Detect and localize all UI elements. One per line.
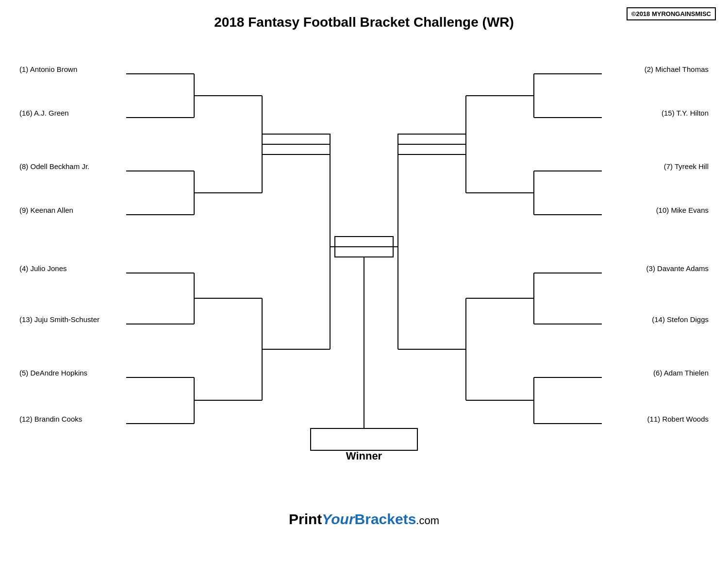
- player-3-davante-adams: (3) Davante Adams: [646, 264, 709, 273]
- winner-label: Winner: [346, 450, 382, 462]
- copyright-text: ©2018 MYRONGAINSMISC: [631, 10, 711, 17]
- player-9-keenan-allen: (9) Keenan Allen: [19, 206, 73, 214]
- player-8-odell-beckham: (8) Odell Beckham Jr.: [19, 162, 89, 171]
- player-2-michael-thomas: (2) Michael Thomas: [645, 65, 709, 73]
- copyright-box: ©2018 MYRONGAINSMISC: [627, 7, 716, 20]
- page: ©2018 MYRONGAINSMISC 2018 Fantasy Footba…: [0, 0, 728, 563]
- player-4-julio-jones: (4) Julio Jones: [19, 264, 67, 273]
- player-11-robert-woods: (11) Robert Woods: [647, 415, 709, 423]
- footer: PrintYourBrackets.com: [10, 511, 718, 528]
- player-15-ty-hilton: (15) T.Y. Hilton: [662, 109, 709, 117]
- bracket-container: (1) Antonio Brown (16) A.J. Green (8) Od…: [15, 35, 713, 496]
- footer-print: Print: [289, 511, 322, 527]
- page-title: 2018 Fantasy Football Bracket Challenge …: [10, 15, 718, 30]
- footer-your: Your: [322, 511, 354, 527]
- player-10-mike-evans: (10) Mike Evans: [656, 206, 709, 214]
- player-14-stefon-diggs: (14) Stefon Diggs: [652, 315, 709, 324]
- player-16-aj-green: (16) A.J. Green: [19, 109, 69, 117]
- player-13-juju: (13) Juju Smith-Schuster: [19, 315, 99, 324]
- player-12-brandin-cooks: (12) Brandin Cooks: [19, 415, 82, 423]
- player-1-antonio-brown: (1) Antonio Brown: [19, 65, 77, 73]
- footer-com: .com: [416, 514, 439, 527]
- player-5-deandre-hopkins: (5) DeAndre Hopkins: [19, 369, 87, 377]
- bracket-svg: [15, 35, 713, 496]
- footer-brackets: Brackets: [355, 511, 416, 527]
- player-7-tyreek-hill: (7) Tyreek Hill: [664, 162, 709, 171]
- player-6-adam-thielen: (6) Adam Thielen: [653, 369, 709, 377]
- svg-rect-47: [311, 428, 417, 450]
